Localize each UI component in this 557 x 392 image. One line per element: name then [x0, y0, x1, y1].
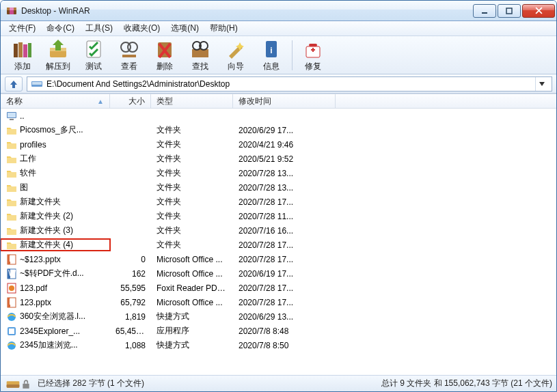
iexplore-icon — [6, 340, 17, 351]
tool-test[interactable]: 测试 — [76, 38, 111, 73]
file-row[interactable]: 图文件夹2020/7/28 13... — [1, 180, 556, 195]
file-row[interactable]: 2345加速浏览...1,088快捷方式2020/7/8 8:50 — [1, 338, 556, 352]
file-row[interactable]: 123.pdf55,595Foxit Reader PDF...2020/7/2… — [1, 281, 556, 295]
computer-icon — [6, 111, 17, 122]
file-row[interactable]: 新建文件夹 (3)文件夹2020/7/16 16... — [1, 223, 556, 238]
tool-extract[interactable]: 解压到 — [40, 38, 76, 73]
status-left: 已经选择 282 字节 (1 个文件) — [5, 378, 375, 389]
folder-icon — [6, 125, 17, 136]
file-date: 2020/7/28 17... — [233, 283, 336, 293]
file-row[interactable]: profiles文件夹2020/4/21 9:46 — [1, 137, 556, 152]
file-row[interactable]: P123.pptx65,792Microsoft Office ...2020/… — [1, 295, 556, 309]
svg-rect-7 — [18, 42, 23, 57]
file-type: 文件夹 — [151, 153, 233, 165]
lock-icon — [21, 380, 32, 388]
file-name-cell: .. — [1, 111, 110, 122]
file-type: 快捷方式 — [151, 339, 233, 351]
docx-icon: W — [6, 268, 17, 279]
file-date: 2020/7/28 17... — [233, 255, 336, 264]
file-name-cell: 2345加速浏览... — [1, 339, 110, 351]
path-dropdown[interactable] — [535, 77, 547, 91]
file-name: 新建文件夹 (3) — [20, 225, 73, 236]
header-size[interactable]: 大小 — [110, 94, 151, 108]
tool-find[interactable]: 查找 — [182, 38, 218, 73]
tool-view-label: 查看 — [121, 61, 137, 72]
header-name-label: 名称 — [6, 96, 23, 107]
tool-repair[interactable]: 修复 — [295, 38, 331, 73]
file-row[interactable]: 软件文件夹2020/7/28 13... — [1, 166, 556, 180]
file-type: 文件夹 — [151, 182, 233, 193]
svg-text:W: W — [8, 268, 16, 278]
menu-tools[interactable]: 工具(S) — [80, 21, 118, 36]
file-date: 2020/7/8 8:48 — [233, 326, 336, 336]
file-type: 文件夹 — [151, 124, 233, 136]
file-row[interactable]: 2345Explorer_...65,458,424应用程序2020/7/8 8… — [1, 324, 556, 338]
exe-icon — [6, 326, 17, 337]
file-row[interactable]: W~$转PDF文件.d...162Microsoft Office ...202… — [1, 266, 556, 281]
tool-info[interactable]: i 信息 — [254, 38, 289, 73]
window-controls — [473, 4, 555, 18]
close-button[interactable] — [522, 4, 555, 18]
window-title: Desktop - WinRAR — [21, 6, 473, 16]
tool-extract-label: 解压到 — [46, 61, 70, 72]
file-date: 2020/6/29 17... — [233, 126, 336, 135]
tool-delete[interactable]: 删除 — [147, 38, 182, 73]
file-row[interactable]: Picosmos_多尺...文件夹2020/6/29 17... — [1, 123, 556, 137]
header-date[interactable]: 修改时间 — [233, 94, 336, 108]
svg-text:P: P — [9, 254, 14, 264]
path-text: E:\Document And Settings2\Administrator\… — [46, 79, 531, 89]
tool-wizard-label: 向导 — [228, 61, 244, 72]
file-date: 2020/7/28 17... — [233, 197, 336, 207]
tool-add[interactable]: 添加 — [5, 38, 40, 73]
svg-rect-9 — [28, 43, 31, 57]
file-name: 2345Explorer_... — [20, 326, 80, 336]
file-type: Microsoft Office ... — [151, 255, 233, 264]
file-row[interactable]: 新建文件夹 (2)文件夹2020/7/28 11... — [1, 209, 556, 223]
svg-text:P: P — [9, 297, 14, 307]
folder-icon — [6, 225, 17, 236]
file-name-cell: 360安全浏览器.l... — [1, 311, 110, 322]
menu-commands[interactable]: 命令(C) — [41, 21, 80, 36]
file-name-cell: 2345Explorer_... — [1, 326, 110, 337]
file-row[interactable]: 工作文件夹2020/5/21 9:52 — [1, 152, 556, 166]
file-name: 123.pptx — [20, 298, 51, 307]
svg-rect-23 — [312, 48, 314, 52]
file-type: 快捷方式 — [151, 311, 233, 322]
svg-rect-47 — [23, 383, 29, 388]
wizard-icon — [225, 38, 247, 60]
svg-rect-4 — [482, 12, 487, 14]
folder-icon — [6, 240, 17, 251]
svg-rect-26 — [32, 82, 42, 85]
menu-file[interactable]: 文件(F) — [3, 21, 41, 36]
up-button[interactable] — [5, 76, 23, 92]
iexplore-icon — [6, 311, 17, 322]
minimize-button[interactable] — [473, 4, 496, 18]
drive-icon — [31, 80, 42, 88]
file-row[interactable]: 新建文件夹 (4)文件夹2020/7/28 17... — [1, 238, 556, 252]
menu-help[interactable]: 帮助(H) — [204, 21, 243, 36]
file-type: Microsoft Office ... — [151, 269, 233, 279]
file-name-cell: P123.pptx — [1, 297, 110, 308]
path-input[interactable]: E:\Document And Settings2\Administrator\… — [27, 76, 552, 92]
menu-favorites[interactable]: 收藏夹(O) — [118, 21, 165, 36]
file-row[interactable]: 360安全浏览器.l...1,819快捷方式2020/6/29 13... — [1, 309, 556, 324]
file-name: 新建文件夹 (4) — [20, 239, 73, 251]
menu-options[interactable]: 选项(N) — [165, 21, 204, 36]
file-name-cell: P~$123.pptx — [1, 254, 110, 265]
svg-rect-8 — [23, 44, 27, 57]
file-row[interactable]: .. — [1, 109, 556, 123]
header-name[interactable]: 名称▲ — [1, 94, 110, 108]
file-row[interactable]: 新建文件夹文件夹2020/7/28 17... — [1, 195, 556, 209]
tool-wizard[interactable]: 向导 — [218, 38, 254, 73]
maximize-button[interactable] — [498, 4, 521, 18]
tool-view[interactable]: 查看 — [111, 38, 147, 73]
file-type: 应用程序 — [151, 325, 233, 337]
file-name-cell: profiles — [1, 139, 110, 150]
svg-point-14 — [128, 42, 137, 52]
svg-rect-16 — [192, 49, 208, 57]
file-row[interactable]: P~$123.pptx0Microsoft Office ...2020/7/2… — [1, 252, 556, 266]
pptx-icon: P — [6, 254, 17, 265]
file-list[interactable]: ..Picosmos_多尺...文件夹2020/6/29 17...profil… — [1, 109, 556, 375]
status-selection: 已经选择 282 字节 (1 个文件) — [38, 378, 144, 389]
header-type[interactable]: 类型 — [151, 94, 233, 108]
